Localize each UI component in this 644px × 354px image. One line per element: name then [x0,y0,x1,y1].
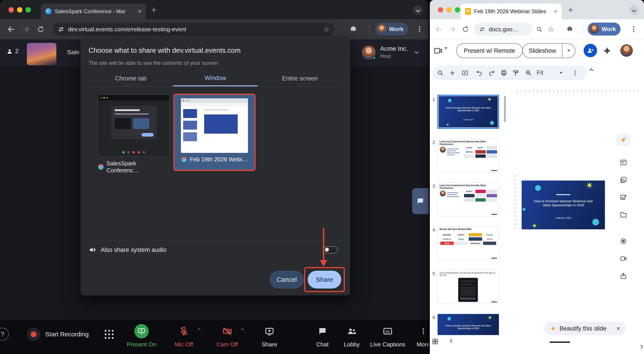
zoom-icon[interactable] [524,69,533,77]
zoom-window-button[interactable] [455,7,460,12]
camera-button[interactable]: Cam Off [208,324,246,348]
undo-icon[interactable] [475,69,484,77]
tab-entire-screen[interactable]: Entire screen [258,71,342,86]
tab-close-icon[interactable] [554,8,557,14]
window-tile-salesspark[interactable]: SalesSpark Conferenc… [98,95,170,174]
camera-device-caret-icon[interactable] [242,328,244,332]
minimize-window-button[interactable] [17,7,22,12]
extensions-icon[interactable] [349,25,358,34]
slide-canvas[interactable]: How to Increase Sponsor Revenue and Valu… [522,181,605,229]
forward-icon[interactable] [448,25,456,34]
slide-thumbnail-3[interactable]: Learn from Experienced Sponsorship Sales… [438,182,499,216]
profile-chip[interactable]: Work [375,22,408,35]
slide-number[interactable]: 4 [430,227,435,233]
gemini-sparkle-button[interactable] [616,134,630,146]
present-button[interactable]: Present On [122,324,160,348]
camera-caret-icon[interactable] [444,49,447,53]
slide-number[interactable]: 2 [430,139,435,145]
mic-device-caret-icon[interactable] [198,328,200,332]
lobby-button[interactable]: Lobby [333,324,371,348]
folder-icon[interactable] [619,211,628,219]
slide-number[interactable]: 3 [430,183,435,189]
close-window-button[interactable] [438,7,443,12]
browser-menu-icon[interactable] [415,25,424,34]
address-bar[interactable]: dev.virtual.events.com/e/release-testing… [53,23,334,36]
tab-window[interactable]: Window [173,71,258,86]
site-info-icon[interactable] [58,26,64,33]
grid-view-icon[interactable] [432,338,439,345]
host-menu-chevron-icon[interactable] [415,50,418,54]
bookmark-star-icon[interactable] [323,25,330,33]
slide-thumbnail-5[interactable]: How to ask questions, but will save all … [438,270,499,304]
slide-number[interactable]: 6 [430,315,435,321]
export-icon[interactable] [619,272,628,280]
back-icon[interactable] [434,25,443,34]
zoom-fit-select[interactable]: Fit [537,69,544,76]
window-tile-webinar-selected[interactable]: Feb 19th 2026 Webi… [173,94,256,171]
filmstrip-scrollbar[interactable] [504,96,506,122]
new-slide-icon[interactable] [448,69,456,77]
reload-icon[interactable] [36,25,45,34]
more-button[interactable]: More [404,324,429,348]
profile-chip[interactable]: Work [588,22,620,35]
dismiss-icon[interactable] [616,325,620,332]
address-bar[interactable]: docs.goo… [474,23,533,36]
print-icon[interactable] [500,69,508,77]
corner-chevron-icon[interactable] [640,345,642,349]
toolbar-more-icon[interactable] [571,69,579,77]
start-recording-button[interactable] [27,328,40,341]
bookmark-star-icon[interactable] [546,25,556,34]
account-avatar[interactable] [620,44,633,57]
slide-thumbnail-6[interactable]: How to Increase Sponsor Revenue and Valu… [438,314,499,335]
cancel-button[interactable]: Cancel [270,271,304,289]
gemini-icon[interactable] [602,46,612,55]
collapse-toolbar-chevron-icon[interactable] [590,69,593,73]
site-info-icon[interactable] [479,26,485,32]
redo-icon[interactable] [488,69,496,77]
slide-title-text[interactable]: How to Increase Sponsor Revenue and Valu… [530,199,596,207]
minimize-window-button[interactable] [446,7,452,12]
tab-webinar-slides[interactable]: Feb 19th 2026 Webinar Slides [461,3,562,19]
beautify-suggestion[interactable]: Beautify this slide [544,322,626,335]
reload-icon[interactable] [461,25,470,34]
tab-chrome-tab[interactable]: Chrome tab [88,71,173,86]
new-tab-button[interactable] [568,5,573,15]
close-window-button[interactable] [8,7,14,12]
extensions-icon[interactable] [565,25,574,34]
tab-close-icon[interactable] [138,8,142,14]
slideshow-button[interactable]: Slideshow [522,43,575,58]
search-menus-icon[interactable] [436,69,444,77]
tab-search-chevron-icon[interactable] [629,5,639,15]
audio-share-toggle[interactable] [323,246,338,253]
camera-select-icon[interactable] [433,46,443,55]
share-screen-button[interactable]: Share [250,324,288,348]
chat-panel-handle[interactable] [412,188,429,214]
paint-format-icon[interactable] [511,69,520,77]
slideshow-caret-icon[interactable] [562,44,575,58]
live-captions-button[interactable]: CC Live Captions [368,324,408,348]
slide-thumbnail-4[interactable]: Brands We Have Worked With DIAGEO HYATT … [438,226,499,260]
help-button[interactable]: ? [0,328,9,341]
add-image-icon[interactable] [619,193,628,202]
slide-number[interactable]: 5 [430,271,435,277]
new-tab-button[interactable] [151,5,156,15]
slide-number[interactable]: 1 [430,96,435,102]
mic-button[interactable]: Mic Off [165,324,203,348]
tab-search-chevron-icon[interactable] [413,5,422,15]
zoom-page-icon[interactable] [535,25,544,34]
new-slide-layout-icon[interactable] [461,69,469,77]
slide-thumbnail-2[interactable]: Learn from Experienced Sponsorship Sales… [438,139,499,173]
collapse-filmstrip-chevron-icon[interactable] [450,339,453,343]
record-icon[interactable] [619,237,628,245]
slide-date-text[interactable]: February 2026 [530,217,596,219]
slide-thumbnail-1[interactable]: How to Increase Sponsor Revenue and Valu… [438,95,499,129]
participant-count[interactable]: 2 [6,48,18,55]
keypad-icon[interactable] [105,330,114,339]
browser-menu-icon[interactable] [629,25,638,34]
present-remote-button[interactable]: Present w/ Remote [456,43,523,58]
zoom-window-button[interactable] [26,7,31,12]
share-people-button[interactable] [584,44,597,57]
camera-icon[interactable] [619,254,628,263]
horizontal-scrollbar[interactable] [550,342,570,343]
fit-caret-icon[interactable] [557,69,565,77]
